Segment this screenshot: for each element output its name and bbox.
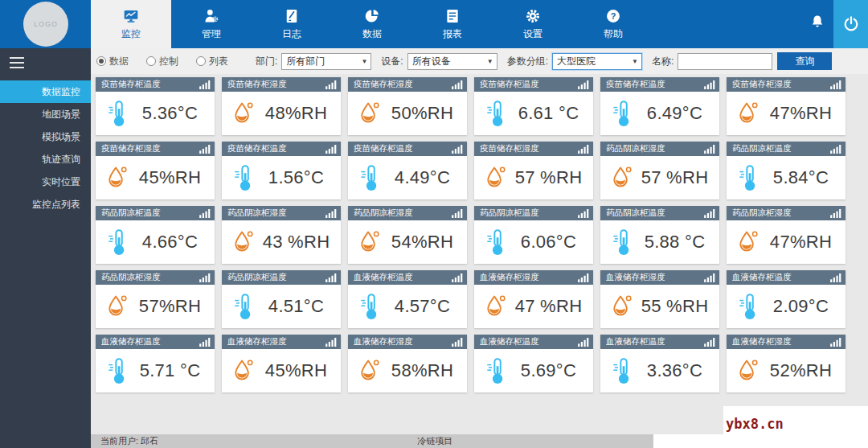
device-select[interactable]: 所有设备 ▼	[407, 53, 497, 70]
power-logout-button[interactable]	[833, 0, 868, 48]
sensor-card-body: 4.51°C	[222, 285, 341, 328]
sensor-card[interactable]: 疫苗储存柜温度	[348, 142, 467, 199]
sensor-card[interactable]: 血液储存柜温度	[96, 335, 215, 393]
sensor-card[interactable]: 药品阴凉柜湿度	[348, 206, 467, 264]
thermometer-icon	[358, 162, 381, 193]
signal-bars-icon	[452, 209, 463, 218]
sensor-value: 57 %RH	[507, 167, 590, 188]
department-select[interactable]: 所有部门 ▼	[281, 53, 371, 70]
sensor-value: 6.49°C	[633, 103, 716, 124]
param-group-select[interactable]: 大型医院 ▼	[552, 53, 642, 70]
sensor-value: 3.36°C	[633, 360, 716, 381]
sensor-card[interactable]: 药品阴凉柜湿度	[222, 206, 341, 264]
user-gear-icon	[203, 8, 219, 24]
sensor-card[interactable]: 药品阴凉柜温度	[222, 270, 341, 328]
sensor-card[interactable]: 药品阴凉柜湿度	[727, 206, 845, 264]
sensor-card-body: 57 %RH	[474, 156, 593, 199]
monitor-chart-icon	[123, 8, 139, 24]
sensor-card[interactable]: 疫苗储存柜湿度	[474, 142, 593, 199]
sensor-card-body: 48%RH	[222, 92, 341, 135]
sensor-card[interactable]: 血液储存柜湿度	[600, 270, 719, 328]
sensor-card-body: 5.36°C	[96, 92, 215, 135]
nav-tab[interactable]: 数据	[332, 0, 412, 48]
sensor-card[interactable]: 药品阴凉柜温度	[96, 206, 215, 264]
humidity-drop-icon	[611, 291, 633, 322]
sensor-card[interactable]: 药品阴凉柜温度	[727, 142, 845, 199]
notifications-bell-icon[interactable]	[809, 14, 825, 33]
sensor-card[interactable]: 血液储存柜湿度	[727, 335, 845, 393]
sensor-value: 4.51°C	[255, 296, 338, 317]
sensor-card-title: 疫苗储存柜湿度	[480, 143, 578, 154]
sensor-card[interactable]: 药品阴凉柜温度	[474, 206, 593, 264]
thermometer-icon	[737, 291, 760, 322]
sensor-card[interactable]: 血液储存柜温度	[474, 335, 593, 393]
logo: LOGO	[23, 2, 68, 47]
sensor-value: 5.69°C	[507, 360, 590, 381]
nav-tab[interactable]: 日志	[252, 0, 332, 48]
sensor-card-body: 5.69°C	[474, 349, 593, 393]
sensor-card[interactable]: 疫苗储存柜湿度	[96, 142, 215, 199]
sensor-card[interactable]: 血液储存柜湿度	[474, 270, 593, 328]
view-mode-radio[interactable]: 控制	[146, 55, 178, 68]
department-select-value: 所有部门	[286, 55, 325, 68]
main-content: 疫苗储存柜温度	[91, 74, 868, 434]
sensor-value: 50%RH	[381, 103, 464, 124]
sensor-card[interactable]: 疫苗储存柜湿度	[222, 77, 341, 135]
sensor-card[interactable]: 血液储存柜湿度	[222, 335, 341, 393]
sidebar-item-label: 数据监控	[42, 86, 80, 97]
view-mode-radio[interactable]: 列表	[196, 55, 228, 68]
sensor-card-body: 58%RH	[348, 349, 467, 393]
nav-tab[interactable]: 监控	[91, 0, 171, 48]
sidebar-item[interactable]: 轨迹查询	[0, 148, 91, 171]
sensor-card-body: 47%RH	[727, 220, 845, 264]
nav-tab[interactable]: ? 帮助	[573, 0, 653, 48]
sensor-card[interactable]: 疫苗储存柜温度	[474, 77, 593, 135]
sidebar-item[interactable]: 地图场景	[0, 103, 91, 125]
nav-tab[interactable]: 设置	[493, 0, 573, 48]
view-mode-radio[interactable]: 数据	[96, 55, 129, 68]
sidebar-item-label: 轨迹查询	[42, 154, 80, 165]
sensor-card-header: 药品阴凉柜温度	[727, 142, 845, 156]
humidity-drop-icon	[358, 227, 381, 257]
sensor-value: 43 %RH	[255, 232, 338, 253]
filter-bar: 数据 控制 列表 部门: 所有部门 ▼ 设备: 所有设备 ▼ 参数分组:	[91, 48, 868, 74]
radio-dot-icon	[196, 56, 206, 66]
sensor-card-body: 43 %RH	[222, 220, 341, 264]
sensor-card[interactable]: 疫苗储存柜温度	[600, 77, 719, 135]
sensor-card-title: 药品阴凉柜湿度	[732, 208, 830, 219]
sensor-card-header: 血液储存柜温度	[474, 335, 593, 349]
humidity-drop-icon	[232, 98, 255, 129]
sensor-card[interactable]: 血液储存柜温度	[727, 270, 845, 328]
sidebar-item[interactable]: 实时位置	[0, 171, 91, 193]
nav-tab[interactable]: 报表	[412, 0, 493, 48]
sensor-card[interactable]: 疫苗储存柜温度	[222, 142, 341, 199]
sensor-card[interactable]: 药品阴凉柜湿度	[600, 142, 719, 199]
name-label: 名称:	[652, 55, 674, 68]
sidebar-item[interactable]: 模拟场景	[0, 125, 91, 148]
search-button[interactable]: 查询	[777, 52, 832, 70]
sensor-card[interactable]: 疫苗储存柜湿度	[727, 77, 845, 135]
sensor-value: 47%RH	[760, 103, 842, 124]
sensor-card[interactable]: 药品阴凉柜温度	[600, 206, 719, 264]
svg-text:?: ?	[611, 11, 616, 21]
sidebar-item[interactable]: 数据监控	[0, 80, 91, 103]
sensor-card[interactable]: 血液储存柜温度	[600, 335, 719, 393]
sensor-card-body: 6.06°C	[474, 220, 593, 264]
humidity-drop-icon	[737, 227, 760, 257]
sidebar-item[interactable]: 监控点列表	[0, 193, 91, 216]
menu-toggle-icon[interactable]	[10, 57, 24, 68]
thermometer-icon	[106, 227, 129, 257]
sensor-card-title: 疫苗储存柜湿度	[101, 143, 199, 154]
sensor-card[interactable]: 疫苗储存柜湿度	[348, 77, 467, 135]
thermometer-icon	[485, 356, 507, 386]
sensor-card-header: 血液储存柜温度	[727, 270, 845, 285]
nav-tab[interactable]: 管理	[171, 0, 252, 48]
radio-dot-icon	[146, 56, 156, 66]
name-input[interactable]	[678, 53, 772, 70]
sensor-card[interactable]: 疫苗储存柜温度	[96, 77, 215, 135]
signal-bars-icon	[578, 80, 589, 89]
sensor-card[interactable]: 药品阴凉柜湿度	[96, 270, 215, 328]
sensor-card[interactable]: 血液储存柜温度	[348, 270, 467, 328]
view-mode-radios: 数据 控制 列表	[96, 55, 246, 68]
sensor-card[interactable]: 血液储存柜湿度	[348, 335, 467, 393]
